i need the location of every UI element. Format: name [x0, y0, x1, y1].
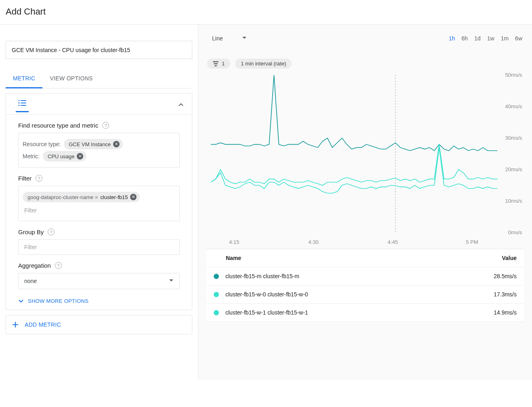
filter-input[interactable]	[23, 204, 175, 217]
caret-down-icon	[242, 35, 247, 42]
vis-type-select[interactable]: Line	[208, 33, 251, 44]
resource-type-label: Resource type:	[23, 141, 61, 147]
legend-name: cluster-fb15-w-0 cluster-fb15-w-0	[225, 291, 308, 298]
legend-value: 28.5ms/s	[494, 273, 517, 279]
interval-chip[interactable]: 1 min interval (rate)	[235, 59, 292, 69]
aggregation-label: Aggregation ?	[18, 262, 180, 269]
config-panel: METRIC VIEW OPTIONS Find resource type a…	[0, 25, 198, 380]
metric-chip[interactable]: CPU usage ✕	[43, 151, 86, 162]
filter-icon	[213, 61, 219, 66]
close-icon[interactable]: ✕	[113, 141, 120, 147]
tab-metric[interactable]: METRIC	[6, 69, 42, 88]
range-1d[interactable]: 1d	[474, 35, 481, 42]
range-6h[interactable]: 6h	[462, 35, 468, 42]
close-icon[interactable]: ✕	[130, 194, 137, 200]
legend-name: cluster-fb15-m cluster-fb15-m	[225, 273, 299, 279]
legend-value: 17.3ms/s	[494, 291, 517, 298]
legend-row[interactable]: cluster-fb15-w-1 cluster-fb15-w-114.9ms/…	[206, 304, 524, 322]
legend-table: Name Value cluster-fb15-m cluster-fb15-m…	[206, 249, 524, 322]
svg-text:10ms/s: 10ms/s	[505, 198, 522, 204]
preview-panel: Line 1h6h1d1w1m6w 1 1 min interval (rate…	[198, 25, 532, 380]
time-range-picker: 1h6h1d1w1m6w	[449, 35, 522, 42]
config-tabs: METRIC VIEW OPTIONS	[6, 69, 192, 88]
legend-value: 14.9ms/s	[494, 309, 517, 316]
svg-text:4:15: 4:15	[229, 239, 239, 245]
range-1h[interactable]: 1h	[449, 35, 455, 42]
collapse-icon[interactable]	[178, 102, 184, 109]
groupby-input[interactable]	[23, 241, 175, 254]
legend-color-dot	[214, 310, 219, 315]
svg-text:5 PM: 5 PM	[466, 239, 478, 245]
svg-text:20ms/s: 20ms/s	[505, 167, 522, 172]
show-more-options[interactable]: SHOW MORE OPTIONS	[18, 298, 192, 304]
metric-card: Find resource type and metric ? Resource…	[6, 93, 192, 310]
svg-text:4:45: 4:45	[388, 239, 398, 245]
line-chart: 0ms/s10ms/s20ms/s30ms/s40ms/s50ms/s4:154…	[206, 71, 524, 249]
legend-row[interactable]: cluster-fb15-m cluster-fb15-m28.5ms/s	[206, 267, 524, 285]
help-icon[interactable]: ?	[36, 175, 42, 182]
svg-text:0ms/s: 0ms/s	[508, 230, 522, 235]
help-icon[interactable]: ?	[48, 229, 55, 235]
groupby-label: Group By ?	[18, 229, 180, 235]
find-metric-label: Find resource type and metric ?	[18, 122, 180, 129]
svg-text:50ms/s: 50ms/s	[505, 72, 522, 78]
filter-count-chip[interactable]: 1	[207, 59, 230, 69]
svg-text:4:30: 4:30	[308, 239, 318, 245]
legend-header-name: Name	[214, 255, 241, 261]
range-1m[interactable]: 1m	[501, 35, 509, 42]
range-6w[interactable]: 6w	[515, 35, 522, 42]
tab-view-options[interactable]: VIEW OPTIONS	[42, 69, 100, 88]
svg-text:30ms/s: 30ms/s	[505, 135, 522, 141]
chart: 0ms/s10ms/s20ms/s30ms/s40ms/s50ms/s4:154…	[206, 71, 524, 249]
close-icon[interactable]: ✕	[77, 153, 83, 159]
legend-color-dot	[214, 292, 219, 297]
filter-label: Filter ?	[18, 175, 180, 182]
filter-chip[interactable]: goog-dataproc-cluster-name = cluster-fb1…	[23, 192, 140, 202]
help-icon[interactable]: ?	[55, 262, 62, 269]
plus-icon	[12, 321, 19, 328]
range-1w[interactable]: 1w	[487, 35, 494, 42]
add-metric-button[interactable]: ADD METRIC	[6, 315, 192, 334]
list-icon[interactable]	[18, 100, 26, 112]
chevron-down-icon	[18, 298, 24, 304]
metric-label: Metric:	[23, 153, 40, 159]
svg-text:40ms/s: 40ms/s	[505, 104, 522, 109]
legend-color-dot	[214, 274, 219, 279]
aggregation-select[interactable]: none	[18, 273, 180, 289]
resource-type-chip[interactable]: GCE VM Instance ✕	[64, 139, 123, 149]
chart-title-input[interactable]	[6, 41, 192, 59]
legend-name: cluster-fb15-w-1 cluster-fb15-w-1	[225, 309, 308, 316]
caret-down-icon	[169, 278, 174, 284]
legend-row[interactable]: cluster-fb15-w-0 cluster-fb15-w-017.3ms/…	[206, 285, 524, 304]
help-icon[interactable]: ?	[102, 122, 109, 129]
page-title: Add Chart	[0, 0, 532, 25]
legend-header-value: Value	[502, 255, 517, 261]
